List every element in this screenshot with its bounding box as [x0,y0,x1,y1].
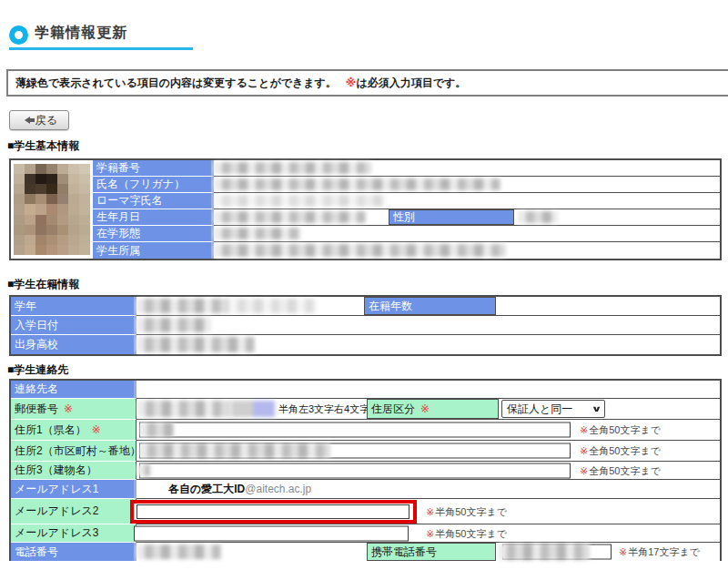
table-row: メールアドレス1 各自の愛工大ID@aitech.ac.jp [11,480,720,499]
table-row: 郵便番号※ 半角左3文字右4文字以内 住居区分※ 保証人と同一 ∨ [11,399,720,420]
redacted-value [139,443,330,458]
max-length-note: ※半角17文字まで [619,545,700,559]
enrollment-table: 学年 在籍年数 入学日付 出身高校 [9,295,722,356]
label-phone: 電話番号 [11,543,136,561]
table-row: 入学日付 [11,316,720,335]
redacted-value [136,464,150,476]
back-button[interactable]: 戻る [9,110,69,130]
redacted-postal-input [137,401,230,417]
basic-info-table: 学籍番号 氏名（フリガナ） ローマ字氏名 生年月日 性別 在学形態 [9,158,722,260]
label-high-school: 出身高校 [11,335,136,354]
table-row: 電話番号 携帯電話番号 ※半角17文字まで [11,543,720,561]
back-button-label: 戻る [35,113,57,128]
contact-table: 連絡先名 郵便番号※ 半角左3文字右4文字以内 住居区分※ 保証人と同一 ∨ 住… [9,379,722,561]
table-row: 生年月日 性別 [93,209,720,226]
redacted-value [214,195,385,207]
label-years-enrolled: 在籍年数 [364,297,496,315]
label-gender: 性別 [389,209,514,225]
table-row: 在学形態 [93,226,720,242]
table-row: メールアドレス2 ※半角50文字まで [11,499,720,524]
basic-info-heading: ■学生基本情報 [7,138,79,154]
table-row: ローマ字氏名 [93,193,720,209]
chevron-down-icon: ∨ [591,404,602,413]
redacted-value [229,299,316,313]
notice-box: 薄緑色で表示されている項目の内容は変更することができます。 ※ は必須入力項目で… [6,69,728,97]
table-row: 住所3（建物名） ※全角50文字まで [11,462,720,480]
email2-input[interactable] [136,504,410,519]
label-address2: 住所2（市区町村～番地）※ [11,441,136,462]
photo-cell [11,160,93,259]
redacted-value [136,299,229,313]
label-address1: 住所1（県名）※ [11,420,136,441]
page-title: 学籍情報更新 [35,24,127,43]
email3-input[interactable] [134,525,409,541]
label-mobile-phone: 携帯電話番号 [367,543,496,561]
redacted-value [214,162,371,174]
label-enrollment-type: 在学形態 [93,226,214,242]
label-grade-year: 学年 [11,297,136,316]
notice-text: 薄緑色で表示されている項目の内容は変更することができます。 [15,76,337,91]
residence-select-value: 保証人と同一 [507,402,572,417]
label-contact-name: 連絡先名 [11,381,136,399]
table-row: 学籍番号 [93,160,720,177]
table-row: メールアドレス3 ※半角50文字まで [11,524,720,543]
max-length-note: ※全角50文字まで [580,463,661,477]
student-photo [14,164,90,255]
label-admission-date: 入学日付 [11,316,136,335]
table-row: 学年 在籍年数 [11,297,720,316]
redacted-value [214,178,500,190]
required-mark: ※ [64,402,73,415]
label-email1: メールアドレス1 [11,480,136,499]
redacted-postal-input [231,401,275,417]
max-length-note: ※全角50文字まで [580,423,661,437]
label-postal-code: 郵便番号※ [11,399,136,420]
table-row: 住所1（県名）※ ※全角50文字まで [11,420,720,441]
redacted-value [499,544,590,560]
max-length-note: ※半角50文字まで [426,504,507,518]
redacted-value [136,545,221,559]
redacted-value [214,244,506,257]
contact-heading: ■学生連絡先 [7,362,68,378]
redacted-value [214,211,366,223]
title-underline [9,47,193,50]
redacted-value [518,211,558,223]
section-bullet-icon [9,25,28,45]
address3-input[interactable] [139,463,571,478]
redacted-value [136,337,255,352]
table-row: 学生所属 [93,242,720,259]
label-address3: 住所3（建物名） [11,462,136,480]
required-mark: ※ [92,423,101,436]
table-row: 出身高校 [11,335,720,354]
address1-input[interactable] [139,422,571,438]
label-email2: メールアドレス2 [11,499,136,524]
back-arrow-icon [21,117,30,124]
table-row: 住所2（市区町村～番地）※ ※全角50文字まで [11,441,720,462]
label-residence-type: 住居区分※ [367,399,499,419]
table-row: 氏名（フリガナ） [93,177,720,193]
required-mark: ※ [346,76,357,89]
residence-select[interactable]: 保証人と同一 ∨ [501,400,605,418]
table-row: 連絡先名 [11,381,720,399]
label-name-furigana: 氏名（フリガナ） [93,177,214,193]
max-length-note: ※半角50文字まで [426,526,507,540]
redacted-value [139,422,174,437]
email1-value: 各自の愛工大ID@aitech.ac.jp [168,482,311,497]
notice-required-text: は必須入力項目です。 [356,76,466,91]
redacted-value [214,228,300,239]
label-email3: メールアドレス3 [11,524,136,543]
required-mark: ※ [420,402,430,415]
student-info-update-page: 学籍情報更新 薄緑色で表示されている項目の内容は変更することができます。 ※ は… [0,0,728,570]
max-length-note: ※全角50文字まで [580,444,661,458]
enrollment-heading: ■学生在籍情報 [7,277,79,292]
highlight-box [130,500,417,524]
redacted-value [136,318,211,332]
label-affiliation: 学生所属 [93,242,214,259]
label-romaji-name: ローマ字氏名 [93,193,214,209]
label-student-number: 学籍番号 [93,160,214,177]
label-birthdate: 生年月日 [93,209,214,226]
